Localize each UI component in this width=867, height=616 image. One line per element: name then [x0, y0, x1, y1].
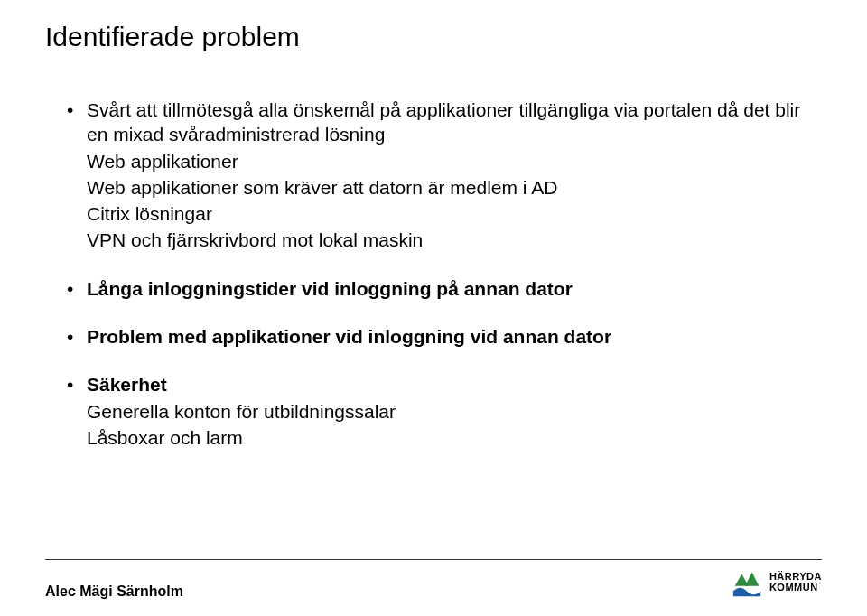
author-name: Alec Mägi Särnholm	[45, 583, 183, 600]
list-item: Långa inloggningstider vid inloggning på…	[63, 276, 822, 301]
bullet-lead: Säkerhet	[87, 374, 167, 395]
footer-divider	[45, 559, 822, 560]
bullet-list: Svårt att tillmötesgå alla önskemål på a…	[63, 98, 822, 450]
list-item: Problem med applikationer vid inloggning…	[63, 324, 822, 349]
logo-text: HÄRRYDA KOMMUN	[769, 572, 822, 593]
bullet-lead: Långa inloggningstider vid inloggning på…	[87, 278, 573, 299]
bullet-lead: Svårt att tillmötesgå alla önskemål på a…	[87, 99, 800, 145]
sub-line: Låsboxar och larm	[87, 425, 822, 450]
logo-line-2: KOMMUN	[769, 583, 822, 593]
sub-line: Citrix lösningar	[87, 201, 822, 226]
logo: HÄRRYDA KOMMUN	[730, 565, 822, 600]
sub-line: Web applikationer	[87, 149, 822, 173]
list-item: Svårt att tillmötesgå alla önskemål på a…	[63, 98, 822, 253]
slide: Identifierade problem Svårt att tillmöte…	[0, 0, 867, 616]
page-title: Identifierade problem	[45, 22, 822, 52]
content-area: Svårt att tillmötesgå alla önskemål på a…	[45, 98, 822, 450]
list-item: Säkerhet Generella konton för utbildning…	[63, 372, 822, 450]
footer: Alec Mägi Särnholm HÄRRYDA KOMMUN	[0, 565, 867, 600]
bullet-lead: Problem med applikationer vid inloggning…	[87, 326, 611, 347]
sub-line: Generella konton för utbildningssalar	[87, 399, 822, 424]
sub-line: VPN och fjärrskrivbord mot lokal maskin	[87, 228, 822, 252]
logo-icon	[730, 565, 764, 600]
sub-line: Web applikationer som kräver att datorn …	[87, 175, 822, 200]
